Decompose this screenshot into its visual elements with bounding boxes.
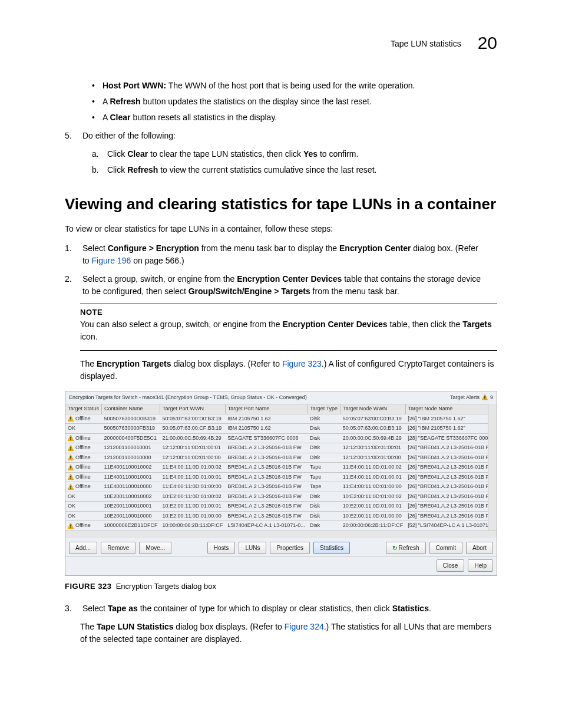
step-1: 1. Select Configure > Encryption from th… bbox=[65, 242, 497, 267]
note-divider bbox=[80, 304, 497, 304]
move--button[interactable]: Move... bbox=[139, 542, 171, 554]
status-text: OK bbox=[68, 502, 75, 510]
alerts-count: 9 bbox=[490, 394, 493, 402]
horizontal-scrollbar[interactable] bbox=[65, 531, 497, 538]
svg-rect-19 bbox=[70, 476, 71, 477]
svg-rect-10 bbox=[70, 447, 71, 449]
running-header: Tape LUN statistics 20 bbox=[65, 29, 497, 56]
svg-rect-20 bbox=[70, 478, 71, 479]
vertical-scrollbar[interactable] bbox=[488, 404, 497, 531]
column-header[interactable]: Target Type bbox=[308, 404, 340, 414]
properties-button[interactable]: Properties bbox=[270, 542, 310, 554]
warning-icon bbox=[68, 465, 74, 470]
table-row[interactable]: OK10E200110001000210:E2:00:11:0D:01:00:0… bbox=[65, 492, 488, 502]
refresh-icon: ↻ bbox=[392, 545, 397, 551]
svg-rect-7 bbox=[70, 437, 71, 439]
svg-rect-17 bbox=[70, 469, 71, 469]
svg-rect-4 bbox=[70, 417, 71, 419]
column-header[interactable]: Target Port WWN bbox=[160, 404, 226, 414]
bullet-item: Host Port WWN: The WWN of the host port … bbox=[92, 80, 497, 92]
table-row[interactable]: Offline11E400110001000011:E4:00:11:0D:01… bbox=[65, 482, 488, 492]
status-text: Offline bbox=[75, 522, 91, 530]
table-row[interactable]: Offline11E400110001000211:E4:00:11:0D:01… bbox=[65, 463, 488, 473]
note-text: You can also select a group, switch, or … bbox=[80, 318, 497, 343]
step-number: 1. bbox=[65, 242, 80, 255]
warning-icon bbox=[68, 484, 74, 490]
bullet-bold: Clear bbox=[110, 113, 130, 122]
substep-number: a. bbox=[92, 148, 105, 160]
step-number: 3. bbox=[65, 602, 80, 615]
figure-title: Encryption Targets dialog box bbox=[116, 582, 216, 591]
hosts-button[interactable]: Hosts bbox=[207, 542, 236, 554]
status-text: Offline bbox=[75, 483, 91, 491]
status-text: Offline bbox=[75, 454, 91, 462]
svg-rect-8 bbox=[70, 439, 71, 440]
dialog-title: Encryption Targets for Switch - mace341 … bbox=[69, 394, 307, 402]
paragraph: The Tape LUN Statistics dialog box displ… bbox=[80, 621, 497, 645]
warning-icon bbox=[68, 416, 74, 421]
status-text: Offline bbox=[75, 473, 91, 482]
svg-rect-5 bbox=[70, 420, 71, 420]
figure-link[interactable]: Figure 324 bbox=[285, 622, 324, 631]
commit-button[interactable]: Commit bbox=[429, 542, 462, 554]
svg-rect-1 bbox=[484, 396, 485, 398]
bullet-bold: Host Port WWN: bbox=[103, 81, 166, 90]
dialog-buttons: CloseHelp bbox=[65, 556, 497, 575]
table-row[interactable]: Offline121200110001000112:12:00:11:0D:01… bbox=[65, 443, 488, 453]
note-label: NOTE bbox=[80, 307, 497, 318]
add--button[interactable]: Add... bbox=[69, 542, 97, 554]
help-button[interactable]: Help bbox=[468, 559, 493, 572]
step-number: 5. bbox=[65, 130, 80, 142]
target-alerts[interactable]: Target Alerts 9 bbox=[450, 394, 493, 402]
bullet-list: Host Port WWN: The WWN of the host port … bbox=[65, 80, 497, 124]
column-header[interactable]: Target Node Name bbox=[405, 404, 488, 414]
table-row[interactable]: Offline50050763000D0B31950:05:07:63:00:D… bbox=[65, 414, 488, 424]
table-row[interactable]: Offline10000006E2B11DFCF10:00:00:06:2B:1… bbox=[65, 521, 488, 531]
warning-icon bbox=[68, 435, 74, 441]
luns-button[interactable]: LUNs bbox=[239, 542, 266, 554]
substep-b: b. Click Refresh to view the current sta… bbox=[92, 164, 497, 176]
warning-icon bbox=[68, 523, 74, 529]
bullet-item: A Refresh button updates the statistics … bbox=[92, 95, 497, 108]
status-text: OK bbox=[68, 512, 75, 521]
substep-a: a. Click Clear to clear the tape LUN sta… bbox=[92, 148, 497, 160]
column-header[interactable]: Target Node WWN bbox=[340, 404, 406, 414]
table-row[interactable]: Offline2000000400F5DE5C121:00:00:0C:50:6… bbox=[65, 433, 488, 443]
table-row[interactable]: Offline121200110001000012:12:00:11:0D:01… bbox=[65, 453, 488, 463]
statistics-button[interactable]: Statistics bbox=[313, 542, 350, 554]
intro-paragraph: To view or clear statistics for tape LUN… bbox=[65, 223, 497, 235]
column-header[interactable]: Container Name bbox=[102, 404, 160, 414]
column-header[interactable]: Target Port Name bbox=[225, 404, 308, 414]
refresh-button[interactable]: ↻Refresh bbox=[386, 542, 426, 554]
svg-rect-25 bbox=[70, 525, 71, 526]
substep-number: b. bbox=[92, 164, 105, 176]
table-row[interactable]: OK10E200110001000110:E2:00:11:0D:01:00:0… bbox=[65, 502, 488, 512]
note-divider bbox=[80, 350, 497, 351]
svg-rect-11 bbox=[70, 449, 71, 450]
step-text: Do either of the following: bbox=[82, 130, 459, 142]
status-text: OK bbox=[68, 424, 75, 433]
svg-rect-13 bbox=[70, 456, 71, 458]
button-bar: Add...RemoveMove... HostsLUNsPropertiesS… bbox=[65, 538, 497, 556]
figure-link[interactable]: Figure 196 bbox=[91, 256, 131, 265]
svg-rect-14 bbox=[70, 459, 71, 459]
svg-rect-26 bbox=[70, 527, 71, 528]
targets-table[interactable]: Target StatusContainer NameTarget Port W… bbox=[65, 404, 488, 531]
alerts-label: Target Alerts bbox=[450, 394, 480, 402]
close-button[interactable]: Close bbox=[437, 559, 465, 572]
column-header[interactable]: Target Status bbox=[65, 404, 102, 414]
warning-icon bbox=[68, 474, 74, 480]
figure-number: FIGURE 323 bbox=[65, 582, 111, 591]
svg-rect-16 bbox=[70, 466, 71, 468]
section-heading: Viewing and clearing statistics for tape… bbox=[65, 193, 497, 216]
status-text: OK bbox=[68, 493, 75, 501]
abort-button[interactable]: Abort bbox=[466, 542, 493, 554]
remove-button[interactable]: Remove bbox=[101, 542, 135, 554]
table-row[interactable]: OK500507630000FB31950:05:07:63:00:CF:B3:… bbox=[65, 424, 488, 434]
table-row[interactable]: OK10E200110001000010:E2:00:11:0D:01:00:0… bbox=[65, 511, 488, 521]
table-row[interactable]: Offline11E400110001000111:E4:00:11:0D:01… bbox=[65, 472, 488, 482]
status-text: Offline bbox=[75, 444, 91, 452]
status-text: Offline bbox=[75, 463, 91, 472]
warning-icon bbox=[482, 394, 488, 400]
figure-link[interactable]: Figure 323 bbox=[282, 359, 322, 368]
